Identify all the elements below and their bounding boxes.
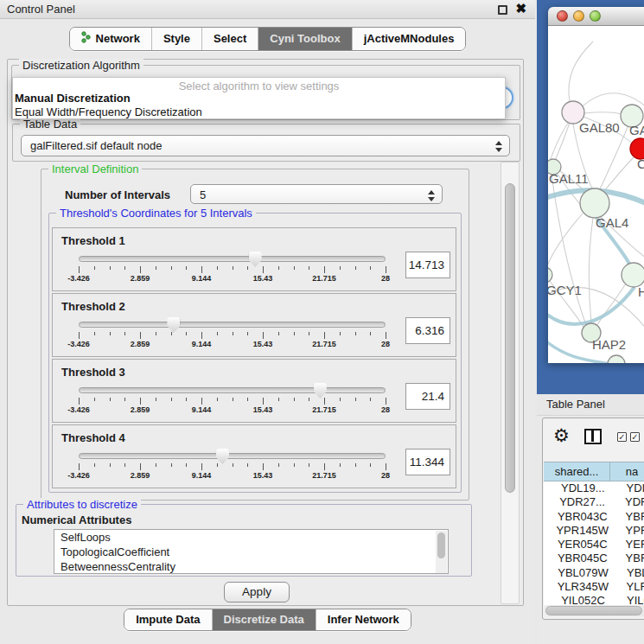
table-data-combo[interactable]: galFiltered.sif default node (21, 135, 510, 156)
table-row[interactable]: YPR145WYPR1 (544, 524, 644, 538)
table-cell: YPR145W (544, 524, 622, 538)
zoom-traffic-light-icon[interactable] (590, 10, 601, 22)
table-column-header[interactable]: na (610, 462, 644, 481)
numerical-attributes-list[interactable]: SelfLoopsTopologicalCoefficientBetweenne… (54, 529, 449, 574)
attribute-list-item[interactable]: SelfLoops (54, 530, 448, 545)
table-cell: YBR0 (622, 510, 644, 524)
table-row[interactable]: YIL052CYIL0 (544, 594, 644, 605)
table-cell: YDR27... (544, 495, 621, 509)
table-column-header[interactable]: shared... (544, 462, 610, 481)
close-icon[interactable]: ✖ (515, 1, 526, 16)
network-node-label: HAP2 (592, 337, 626, 352)
table-row[interactable]: YBR043CYBR0 (544, 510, 644, 524)
tab-jactivemnodules[interactable]: jActiveMNodules (352, 28, 466, 50)
cyni-toolbox-content: Discretization Algorithm Select algorith… (7, 59, 524, 606)
table-row[interactable]: YER054CYER0 (544, 538, 644, 552)
tab-label: Network (96, 32, 140, 45)
table-panel-titlebar: Table Panel (537, 394, 644, 416)
right-panel: GAL80GACGAL11GAL4GCY1HHAP2 Table Panel ⚙… (537, 0, 644, 644)
number-of-intervals-label: Number of Intervals (65, 188, 170, 201)
dropdown-option-1[interactable]: Manual Discretization (15, 92, 131, 105)
attribute-list-item[interactable]: TopologicalCoefficient (54, 545, 448, 559)
network-node[interactable] (580, 188, 609, 218)
network-window-titlebar (548, 7, 644, 26)
threshold-label: Threshold 2 (61, 300, 125, 313)
network-node[interactable] (608, 355, 625, 363)
table-row[interactable]: YDL19...YDL1 (544, 481, 644, 495)
slider-thumb[interactable] (249, 252, 262, 267)
table-cell: YBL079W (544, 566, 622, 580)
tab-impute-data[interactable]: Impute Data (124, 609, 211, 630)
network-node-label: GAL4 (596, 215, 628, 230)
attribute-list-item[interactable]: BetweennessCentrality (54, 559, 448, 574)
threshold-label: Threshold 4 (61, 431, 125, 444)
slider-thumb[interactable] (314, 383, 327, 399)
dropdown-prompt: Select algorithm to view settings (13, 80, 505, 92)
network-icon (81, 31, 92, 46)
network-view-frame: GAL80GACGAL11GAL4GCY1HHAP2 (537, 0, 644, 394)
top-tab-bar: NetworkStyleSelectCyni ToolboxjActiveMNo… (0, 27, 535, 51)
threshold-value-field[interactable]: 14.713 (405, 252, 450, 278)
threshold-slider[interactable] (79, 453, 386, 459)
table-row[interactable]: YLR345WYLR3 (544, 580, 644, 594)
tab-style[interactable]: Style (151, 28, 201, 50)
tab-label: Select (214, 32, 246, 45)
tab-cyni-toolbox[interactable]: Cyni Toolbox (258, 28, 351, 50)
columns-icon[interactable] (584, 429, 602, 444)
minimize-traffic-light-icon[interactable] (573, 10, 584, 22)
apply-button[interactable]: Apply (224, 582, 290, 603)
threshold-slider[interactable] (79, 322, 386, 328)
table-row[interactable]: YDR27...YDR2 (544, 495, 644, 509)
threshold-card: Threshold 4-3.4262.8599.14415.4321.71528… (52, 424, 456, 488)
threshold-slider[interactable] (79, 387, 386, 393)
table-panel-box: ⚙ ✓ ✓ shared...na YDL19...YDL1YDR27...YD… (542, 418, 644, 620)
thresholds-panel: Threshold's Coordinates for 5 Intervals … (48, 213, 462, 493)
table-row[interactable]: YBL079WYBL0 (544, 566, 644, 580)
tab-label: Cyni Toolbox (270, 32, 340, 45)
network-node-label: GAL11 (549, 171, 589, 186)
slider-scale: -3.4262.8599.14415.4321.71528 (79, 274, 386, 284)
network-node[interactable] (622, 263, 644, 287)
attributes-panel: Attributes to discretize Numerical Attri… (16, 504, 472, 577)
checkbox-icon[interactable]: ✓ (617, 432, 627, 442)
threshold-slider[interactable] (79, 256, 386, 262)
tab-label: Impute Data (136, 613, 200, 626)
network-node-label: GA (629, 123, 644, 137)
tab-select[interactable]: Select (201, 28, 258, 50)
network-canvas[interactable]: GAL80GACGAL11GAL4GCY1HHAP2 (548, 26, 644, 363)
gear-icon[interactable]: ⚙ (553, 425, 570, 446)
table-row[interactable]: YBR045CYBR0 (544, 552, 644, 565)
slider-ticks (79, 332, 386, 339)
tab-infer-network[interactable]: Infer Network (316, 609, 411, 630)
table-horizontal-scrollbar[interactable] (545, 605, 644, 616)
threshold-card: Threshold 2-3.4262.8599.14415.4321.71528… (52, 293, 456, 357)
attributes-scrollbar[interactable] (436, 531, 447, 574)
slider-thumb[interactable] (167, 317, 180, 333)
checkbox-icon[interactable]: ✓ (630, 432, 640, 442)
main-scrollbar[interactable] (501, 162, 520, 604)
interval-definition-panel: Interval Definition Number of Intervals … (41, 169, 469, 501)
threshold-card: Threshold 1-3.4262.8599.14415.4321.71528… (52, 227, 456, 291)
threshold-value-field[interactable]: 11.344 (405, 449, 450, 475)
bottom-tab-bar: Impute DataDiscretize DataInfer Network (0, 609, 535, 631)
close-traffic-light-icon[interactable] (557, 10, 568, 22)
table-cell: YDR2 (621, 495, 644, 509)
tab-discretize-data[interactable]: Discretize Data (212, 609, 316, 630)
threshold-value-field[interactable]: 21.4 (405, 383, 450, 410)
number-of-intervals-combo[interactable]: 5 (190, 184, 443, 204)
tab-network[interactable]: Network (70, 28, 151, 50)
slider-thumb[interactable] (216, 449, 229, 464)
interval-definition-title: Interval Definition (48, 163, 142, 175)
tab-label: Discretize Data (224, 613, 304, 626)
table-data-combo-value: galFiltered.sif default node (30, 139, 162, 152)
control-panel: Control Panel ✖ NetworkStyleSelectCyni T… (0, 0, 535, 644)
dropdown-option-2[interactable]: Equal Width/Frequency Discretization (15, 105, 202, 118)
table-data-panel: Table Data galFiltered.sif default node (12, 124, 520, 162)
network-node[interactable] (548, 267, 552, 283)
tab-label: jActiveMNodules (364, 32, 455, 45)
node-table: shared...na YDL19...YDL1YDR27...YDR2YBR0… (544, 462, 644, 605)
tab-label: Infer Network (328, 613, 399, 626)
table-cell: YLR345W (544, 580, 622, 594)
threshold-value-field[interactable]: 6.316 (405, 317, 450, 344)
float-window-icon[interactable] (498, 5, 507, 15)
